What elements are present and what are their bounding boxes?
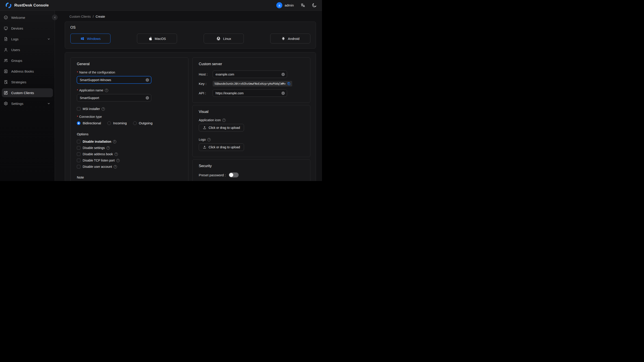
main-content: Custom Clients / Create OS Wind: [55, 11, 322, 181]
os-button-label: Linux: [223, 37, 231, 40]
host-row: Host : ×: [199, 70, 304, 78]
logo-label: Logo ?: [199, 138, 304, 141]
avatar[interactable]: a: [276, 2, 282, 8]
sidebar-item-address-books[interactable]: Address Books: [2, 67, 53, 76]
gear-icon: [4, 101, 8, 106]
app-name-field-label: * Application name ?: [77, 88, 182, 92]
chevron-down-icon: [47, 102, 50, 105]
upload-button-label: Click or drag to upload: [208, 126, 240, 130]
translate-icon[interactable]: [300, 3, 305, 8]
help-icon[interactable]: ?: [102, 107, 105, 111]
host-input[interactable]: [213, 70, 287, 78]
rustdesk-logo-icon: [6, 2, 12, 8]
required-asterisk: *: [77, 88, 78, 92]
sidebar-item-label: Devices: [11, 26, 23, 30]
key-row: Key : 5Qbwsde3unUcJBtrx9ZkvUmwFNoExHzpry…: [199, 81, 304, 86]
app-title: RustDesk Console: [14, 3, 48, 8]
sidebar-item-devices[interactable]: Devices: [2, 24, 53, 33]
clear-icon[interactable]: ×: [282, 92, 285, 95]
checkbox[interactable]: [77, 146, 80, 150]
logo-upload-button[interactable]: Click or drag to upload: [199, 143, 244, 151]
breadcrumb-parent[interactable]: Custom Clients: [70, 15, 91, 18]
sidebar-item-custom-clients[interactable]: Custom Clients: [2, 88, 53, 97]
checkbox[interactable]: [77, 158, 80, 162]
sidebar-item-groups[interactable]: Groups: [2, 56, 53, 65]
radio-unselected-icon[interactable]: [107, 122, 111, 125]
security-card: Security Preset password :: [192, 159, 310, 181]
os-panel: OS Windows: [65, 22, 316, 48]
sidebar-item-label: Address Books: [11, 70, 34, 73]
sidebar-item-label: Users: [11, 48, 20, 52]
api-input-wrap: ×: [213, 90, 287, 97]
clear-icon[interactable]: ×: [146, 78, 149, 82]
connection-type-label: * Connection type: [77, 115, 182, 118]
help-icon[interactable]: ?: [105, 89, 108, 92]
copy-icon[interactable]: [287, 82, 290, 85]
brand: RustDesk Console: [6, 2, 48, 8]
user-menu[interactable]: a admin: [276, 2, 294, 8]
file-text-icon: [4, 37, 8, 41]
radio-bidirectional[interactable]: Bidirectional: [77, 121, 101, 125]
help-icon[interactable]: ?: [207, 138, 211, 141]
os-button-windows[interactable]: Windows: [70, 34, 110, 44]
radio-outgoing[interactable]: Outgoing: [133, 121, 152, 125]
help-icon[interactable]: ?: [114, 152, 118, 156]
help-icon[interactable]: ?: [114, 165, 117, 168]
os-button-linux[interactable]: Linux: [204, 34, 244, 44]
radio-unselected-icon[interactable]: [133, 122, 137, 125]
edit-square-icon: [4, 90, 8, 95]
server-key-value: 5Qbwsde3unUcJBtrx9ZkvUmwFNoExHzpryHuPUdq…: [213, 81, 292, 86]
help-icon[interactable]: ?: [113, 140, 116, 143]
checkbox[interactable]: [77, 152, 80, 156]
checkbox[interactable]: [77, 165, 80, 168]
required-asterisk: *: [77, 70, 78, 74]
option-disable-address-book: Disable address book ?: [77, 152, 182, 156]
sidebar-item-welcome[interactable]: Welcome: [2, 13, 53, 22]
sidebar-item-settings[interactable]: Settings: [2, 99, 53, 108]
upload-button-label: Click or drag to upload: [208, 146, 240, 149]
os-button-label: MacOS: [154, 37, 166, 40]
rustdesk-console-page: RustDesk Console a admin: [0, 0, 322, 181]
sidebar-item-strategies[interactable]: Strategies: [2, 78, 53, 86]
sidebar-item-users[interactable]: Users: [2, 45, 53, 54]
visual-title: Visual: [199, 110, 304, 114]
sidebar-item-logs[interactable]: Logs: [2, 34, 53, 44]
chevron-down-icon: [47, 38, 50, 40]
os-button-label: Windows: [87, 37, 100, 40]
key-label: Key :: [199, 82, 213, 86]
configuration-name-input[interactable]: [77, 76, 151, 84]
custom-server-card: Custom server Host : × Key : 5Qbwsde3: [192, 57, 310, 103]
address-book-icon: [4, 69, 8, 74]
radio-selected-icon[interactable]: [77, 122, 80, 125]
android-logo-icon: [281, 36, 286, 41]
msi-installer-checkbox[interactable]: [77, 107, 80, 111]
checkbox[interactable]: [77, 140, 80, 143]
breadcrumb-separator: /: [93, 15, 94, 18]
sidebar-item-label: Strategies: [11, 80, 26, 84]
breadcrumb: Custom Clients / Create: [70, 15, 316, 18]
breadcrumb-current: Create: [96, 15, 105, 18]
configuration-panel: General * Name of the configuration × * …: [65, 52, 316, 181]
connection-type-radios: Bidirectional Incoming Outgoing: [77, 121, 182, 125]
smiley-icon: [4, 15, 8, 20]
sidebar-collapse-button[interactable]: [52, 14, 58, 20]
os-button-macos[interactable]: MacOS: [137, 34, 177, 44]
clear-icon[interactable]: ×: [146, 96, 149, 100]
strategy-doc-icon: [4, 80, 8, 84]
application-name-input[interactable]: [77, 94, 151, 102]
api-row: API : ×: [199, 90, 304, 97]
os-button-android[interactable]: Android: [270, 34, 310, 44]
clear-icon[interactable]: ×: [282, 72, 285, 76]
api-input[interactable]: [213, 90, 287, 97]
help-icon[interactable]: ?: [116, 159, 120, 162]
radio-incoming[interactable]: Incoming: [107, 121, 127, 125]
preset-password-toggle[interactable]: [229, 172, 239, 178]
help-icon[interactable]: ?: [222, 118, 226, 122]
monitor-icon: [4, 26, 8, 30]
chevron-left-icon: [54, 16, 56, 19]
dark-mode-icon[interactable]: [312, 3, 316, 8]
application-icon-upload-button[interactable]: Click or drag to upload: [199, 124, 244, 132]
help-icon[interactable]: ?: [106, 146, 110, 150]
option-disable-tcp-listen-port: Disable TCP listen port ?: [77, 158, 182, 163]
note-title: Note: [77, 176, 182, 179]
